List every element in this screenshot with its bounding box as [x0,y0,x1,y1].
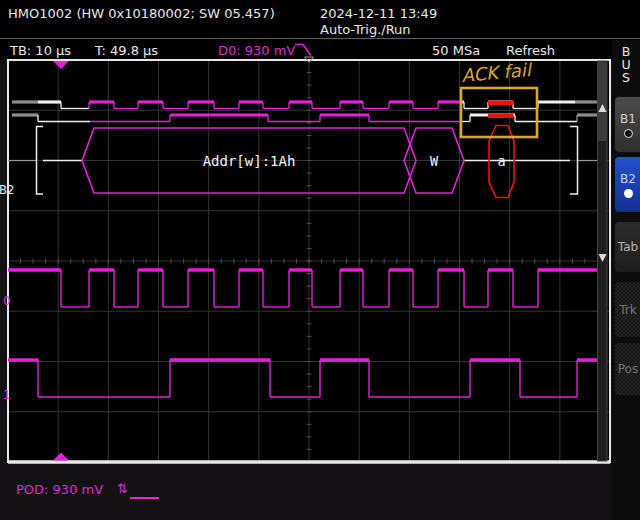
right-scroll-thumb[interactable] [598,61,608,141]
sidebar-button-tab[interactable]: Tab [615,222,640,272]
sidebar-button-b2-label: B2 [620,172,636,186]
sidebar: BUS B1 B2 Tab Trk Pos [612,40,640,520]
sidebar-button-b1-label: B1 [620,112,636,126]
ack-error-highlight-sda [488,114,514,118]
trigger-slope-falling-icon [295,45,311,56]
sidebar-button-trk: Trk [615,282,640,337]
sidebar-button-b2[interactable]: B2 [615,157,640,212]
write-frame-label: W [430,153,439,169]
sidebar-title: BUS [619,45,633,84]
sidebar-button-b1[interactable]: B1 [615,97,640,152]
radio-selected-icon [624,189,633,198]
threshold-underline [130,497,159,499]
addr-frame-label: Addr[w]:1Ah [203,153,296,169]
channel-d1-label: 1 [3,388,11,402]
bus-track-label: B2 [0,183,14,197]
sidebar-button-pos: Pos [615,343,640,395]
ack-error-highlight-scl [488,101,514,106]
threshold-arrows-icon: ⇅ [117,481,128,496]
scope-display: Addr[w]:1AhWaACK fail [0,0,640,520]
channel-d0-label: 0 [3,294,11,308]
oscilloscope-screen: HMO1002 (HW 0x10180002; SW 05.457) 2024-… [0,0,640,520]
ack-frame-label: a [497,153,505,169]
sidebar-button-tab-label: Tab [618,240,638,254]
radio-unselected-icon [624,129,633,138]
sidebar-button-pos-label: Pos [618,362,638,376]
pod-threshold-readout[interactable]: POD: 930 mV [16,482,103,497]
sidebar-button-trk-label: Trk [619,303,636,317]
